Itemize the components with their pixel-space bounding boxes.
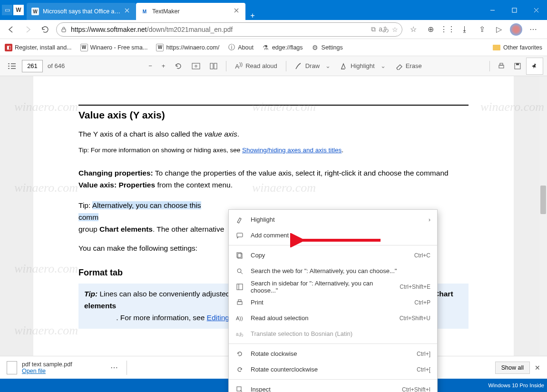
context-menu-item[interactable]: Add comment bbox=[229, 227, 437, 243]
context-menu-shortcut: Ctrl+Shift+E bbox=[400, 284, 430, 290]
back-button[interactable] bbox=[3, 21, 19, 38]
other-favorites[interactable]: Other favorites bbox=[503, 44, 542, 51]
svg-point-13 bbox=[237, 269, 241, 273]
more-button[interactable]: ⋯ bbox=[525, 21, 541, 38]
bookmark-item[interactable]: Whttps://winaero.com/ bbox=[156, 44, 219, 51]
highlighter-icon bbox=[235, 216, 244, 224]
download-filename: pdf text sample.pdf bbox=[22, 361, 72, 368]
show-all-button[interactable]: Show all bbox=[495, 362, 530, 374]
paragraph-tip: Tip: For more information on showing or … bbox=[78, 145, 469, 156]
svg-rect-14 bbox=[237, 284, 243, 290]
svg-rect-17 bbox=[238, 300, 241, 302]
context-menu-label: Print bbox=[251, 299, 408, 306]
bookmark-item[interactable]: ◧Register, install and... bbox=[5, 44, 72, 51]
link-editing[interactable]: Editing bbox=[207, 314, 229, 322]
bookmarks-bar: ◧Register, install and... WWinaero - Fre… bbox=[0, 39, 547, 56]
save-button[interactable] bbox=[510, 59, 525, 74]
gear-icon: ⚙ bbox=[312, 44, 319, 51]
svg-rect-0 bbox=[512, 8, 517, 12]
taskbar-icon-1: ▭ bbox=[2, 5, 12, 15]
context-menu-item[interactable]: A))Read aloud selectionCtrl+Shift+U bbox=[229, 310, 437, 326]
favorite-icon[interactable]: ☆ bbox=[392, 26, 398, 33]
readaloud-icon: A)) bbox=[235, 314, 244, 323]
context-menu-item[interactable]: Rotate counterclockwiseCtrl+[ bbox=[229, 362, 437, 377]
profile-avatar[interactable] bbox=[508, 21, 524, 38]
context-menu-item[interactable]: Highlight› bbox=[229, 212, 437, 227]
collections-button[interactable]: ⊕ bbox=[422, 21, 439, 38]
refresh-button[interactable] bbox=[37, 21, 53, 38]
svg-text:aあ: aあ bbox=[236, 332, 244, 337]
bookmark-label: Settings bbox=[322, 44, 343, 51]
context-menu-item: aあTranslate selection to Bosnian (Latin) bbox=[229, 326, 437, 342]
fit-page-button[interactable] bbox=[188, 59, 204, 74]
close-icon[interactable] bbox=[125, 8, 131, 15]
bookmark-item[interactable]: ⚗edge://flags bbox=[262, 44, 303, 51]
share-button[interactable]: ⇪ bbox=[474, 21, 490, 38]
context-menu-item[interactable]: Search in sidebar for ": Alternatively, … bbox=[229, 279, 437, 294]
maximize-button[interactable] bbox=[503, 2, 525, 18]
context-menu-item[interactable]: CopyCtrl+C bbox=[229, 247, 437, 263]
pdf-toolbar: of 646 − + A))Read aloud Draw⌄ Highlight… bbox=[0, 56, 547, 76]
context-menu-shortcut: Ctrl+P bbox=[414, 299, 430, 306]
context-menu-item[interactable]: PrintCtrl+P bbox=[229, 294, 437, 310]
context-menu-shortcut: Ctrl+Shift+I bbox=[402, 386, 430, 392]
zoom-in-button[interactable]: + bbox=[158, 59, 169, 74]
svg-rect-6 bbox=[499, 65, 504, 68]
highlight-button[interactable]: Highlight⌄ bbox=[336, 59, 390, 74]
link-showing-hiding[interactable]: Showing/hiding axes and axis titles bbox=[242, 147, 342, 154]
bookmark-label: Register, install and... bbox=[15, 44, 72, 51]
svg-rect-10 bbox=[237, 233, 243, 237]
reader-icon[interactable]: ⧉ bbox=[371, 25, 376, 33]
performance-button[interactable]: ▷ bbox=[491, 21, 507, 38]
bookmark-item[interactable]: ⚙Settings bbox=[312, 44, 343, 51]
download-more-button[interactable]: ⋯ bbox=[107, 363, 122, 372]
page-view-button[interactable] bbox=[206, 59, 221, 74]
close-icon[interactable] bbox=[234, 8, 241, 15]
url-input[interactable]: https://www.softmaker.net/down/tm2021man… bbox=[56, 22, 402, 37]
downloads-button-icon[interactable]: ⭳ bbox=[457, 21, 473, 38]
download-item[interactable]: pdf text sample.pdf Open file bbox=[7, 361, 102, 374]
page-number-input[interactable] bbox=[22, 60, 43, 72]
zoom-out-button[interactable]: − bbox=[145, 59, 156, 74]
context-menu-label: Highlight bbox=[251, 216, 422, 223]
tab-inactive[interactable]: W Microsoft says that Office apps bbox=[27, 3, 136, 20]
context-menu-item[interactable]: Rotate clockwiseCtrl+] bbox=[229, 346, 437, 362]
bookmark-label: edge://flags bbox=[272, 44, 303, 51]
bookmark-item[interactable]: ⓘAbout bbox=[228, 44, 254, 51]
rotate-button[interactable] bbox=[171, 59, 186, 74]
tab-active[interactable]: M TextMaker bbox=[136, 3, 245, 20]
svg-text:A)): A)) bbox=[236, 315, 243, 321]
vertical-scrollbar[interactable] bbox=[539, 76, 547, 356]
sidebar-icon bbox=[235, 283, 244, 291]
read-aloud-button[interactable]: A))Read aloud bbox=[231, 59, 281, 74]
forward-button[interactable] bbox=[20, 21, 36, 38]
svg-rect-9 bbox=[516, 63, 519, 65]
chevron-down-icon[interactable]: ⌄ bbox=[381, 62, 386, 69]
pin-toolbar-button[interactable] bbox=[526, 58, 543, 75]
svg-rect-16 bbox=[237, 302, 242, 304]
svg-rect-1 bbox=[62, 29, 66, 32]
context-menu-label: Search the web for ": Alternatively, you… bbox=[251, 267, 430, 274]
bookmark-item[interactable]: WWinaero - Free sma... bbox=[80, 44, 148, 51]
info-icon: ⓘ bbox=[228, 44, 235, 51]
minimize-button[interactable] bbox=[481, 2, 503, 18]
search-icon bbox=[235, 267, 244, 275]
chevron-down-icon[interactable]: ⌄ bbox=[325, 62, 331, 69]
context-menu-label: Add comment bbox=[251, 232, 430, 239]
translate-icon[interactable]: aあ bbox=[379, 25, 389, 34]
favorites-button[interactable]: ☆ bbox=[405, 21, 421, 38]
open-file-link[interactable]: Open file bbox=[22, 368, 72, 374]
close-icon[interactable]: ✕ bbox=[535, 364, 540, 372]
svg-rect-4 bbox=[210, 63, 213, 69]
svg-rect-2 bbox=[192, 63, 200, 69]
contents-button[interactable] bbox=[4, 59, 20, 74]
context-menu-item[interactable]: Search the web for ": Alternatively, you… bbox=[229, 263, 437, 279]
scrollbar-thumb[interactable] bbox=[540, 186, 546, 214]
extensions-button[interactable]: ⋮⋮ bbox=[440, 21, 456, 38]
print-button[interactable] bbox=[494, 59, 509, 74]
context-menu-item[interactable]: InspectCtrl+Shift+I bbox=[229, 382, 437, 392]
draw-button[interactable]: Draw⌄ bbox=[291, 59, 334, 74]
erase-button[interactable]: Erase bbox=[391, 59, 426, 74]
new-tab-button[interactable]: + bbox=[245, 11, 260, 20]
close-window-button[interactable] bbox=[525, 2, 547, 18]
